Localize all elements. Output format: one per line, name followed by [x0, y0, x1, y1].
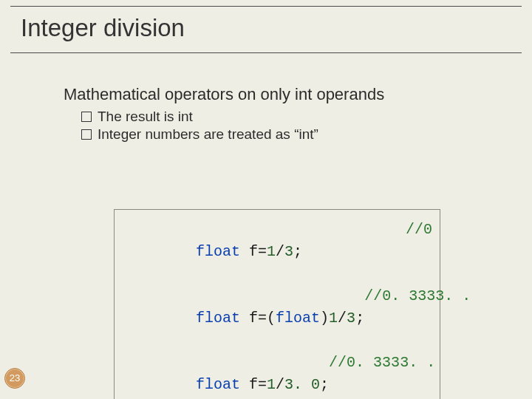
body-heading: Mathematical operators on only int opera… [64, 85, 491, 104]
code-keyword: float [196, 376, 240, 393]
body-sub-1: The result is int [81, 109, 491, 125]
code-number: 1 [267, 243, 276, 260]
code-line-1: float f=1/3; //0 [125, 219, 432, 285]
code-text: ; [320, 376, 329, 393]
title-band: Integer division [10, 6, 522, 53]
code-text: f= [240, 376, 267, 393]
slide-title: Integer division [21, 14, 511, 42]
code-comment: //0. 3333. . [329, 352, 435, 399]
code-text: ; [293, 243, 302, 260]
body-sub-2-text: Integer numbers are treated as “int” [98, 126, 318, 142]
code-number: 3 [347, 310, 355, 327]
code-comment: //0. 3333. . [364, 285, 471, 352]
code-text: f=( [240, 310, 276, 327]
page-number-badge: 23 [4, 368, 25, 389]
bullet-box-icon [81, 112, 92, 122]
code-keyword: float [196, 243, 240, 260]
body: Mathematical operators on only int opera… [64, 85, 491, 144]
code-text: / [276, 243, 284, 260]
body-sub-1-text: The result is int [98, 109, 193, 124]
code-comment: //0 [406, 219, 432, 285]
code-line-3: float f=1/3. 0; //0. 3333. . [125, 352, 432, 399]
code-block: float f=1/3; //0 float f=(float)1/3; //0… [114, 209, 440, 399]
code-text: / [276, 376, 284, 393]
code-line-2: float f=(float)1/3; //0. 3333. . [125, 285, 432, 352]
body-sub-2: Integer numbers are treated as “int” [81, 126, 491, 143]
code-text: ) [320, 310, 329, 327]
code-number: 3 [284, 243, 293, 260]
code-number: 1 [329, 310, 338, 327]
code-keyword: float [196, 310, 240, 327]
code-text: / [338, 310, 347, 327]
code-number: 1 [267, 376, 276, 393]
code-text: ; [355, 310, 364, 327]
bullet-box-icon [81, 129, 92, 140]
code-number: 3. 0 [284, 376, 320, 393]
code-text: f= [240, 243, 267, 260]
slide: Integer division Mathematical operators … [0, 0, 532, 399]
code-keyword: float [276, 310, 320, 327]
